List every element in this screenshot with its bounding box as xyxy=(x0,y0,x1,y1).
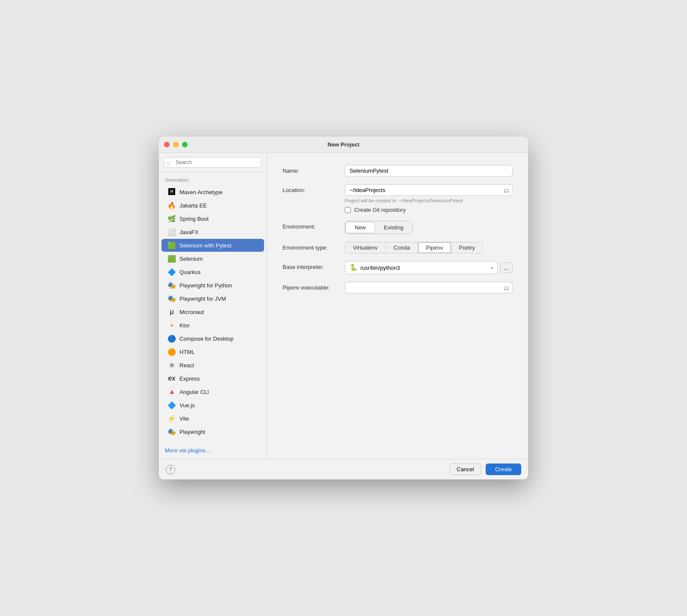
pipenv-folder-button[interactable]: 🗂 xyxy=(503,284,509,291)
sidebar-icon-javafx: ⬜ xyxy=(167,228,176,236)
sidebar-label-javafx: JavaFX xyxy=(179,229,198,235)
pipenv-input[interactable] xyxy=(345,282,513,293)
interpreter-select[interactable]: 🐍 /usr/bin/python3 ▾ xyxy=(345,261,498,274)
sidebar-item-html[interactable]: 🟠HTML xyxy=(161,345,264,358)
footer-bar: ? Cancel Create xyxy=(159,459,528,479)
maximize-button[interactable] xyxy=(182,142,188,147)
location-value-wrapper: 🗂 Project will be created in: ~/IdeaProj… xyxy=(345,184,513,213)
sidebar-item-javafx[interactable]: ⬜JavaFX xyxy=(161,226,264,238)
sidebar-label-playwright: Playwright xyxy=(179,429,205,435)
sidebar-label-ktor: Ktor xyxy=(179,322,190,329)
sidebar-item-vue[interactable]: 🔷Vue.js xyxy=(161,399,264,412)
python-icon: 🐍 xyxy=(350,264,358,271)
interpreter-left: 🐍 /usr/bin/python3 xyxy=(350,264,400,271)
pipenv-label: Pipenv executable: xyxy=(283,282,345,291)
sidebar-icon-vue: 🔷 xyxy=(167,401,176,409)
sidebar-label-vite: Vite xyxy=(179,415,189,422)
sidebar-icon-selenium-pytest: 🟩 xyxy=(167,241,176,250)
sidebar-icon-ktor: 🔸 xyxy=(167,321,176,329)
sidebar-item-compose-desktop[interactable]: 🔵Compose for Desktop xyxy=(161,332,264,345)
environment-row: Environment: New Existing xyxy=(283,221,513,234)
sidebar-label-selenium-pytest: Selenium with Pytest xyxy=(179,242,231,249)
sidebar-icon-quarkus: 🔷 xyxy=(167,268,176,276)
location-row: Location: 🗂 Project will be created in: … xyxy=(283,184,513,213)
path-hint: Project will be created in: ~/IdeaProjec… xyxy=(345,198,513,203)
interpreter-wrapper: 🐍 /usr/bin/python3 ▾ ... xyxy=(345,261,513,274)
sidebar-item-quarkus[interactable]: 🔷Quarkus xyxy=(161,265,264,278)
env-type-virtualenv[interactable]: Virtualenv xyxy=(345,242,386,253)
env-existing-button[interactable]: Existing xyxy=(375,221,412,234)
help-button[interactable]: ? xyxy=(166,465,175,474)
name-value xyxy=(345,165,513,177)
sidebar-label-micronaut: Micronaut xyxy=(179,309,204,315)
sidebar-item-jakarta[interactable]: 🔥Jakarta EE xyxy=(161,199,264,212)
content-area: Generators 🅼Maven Archetype🔥Jakarta EE🌿S… xyxy=(159,153,528,459)
sidebar-item-selenium-pytest[interactable]: 🟩Selenium with Pytest xyxy=(161,239,264,252)
search-input[interactable] xyxy=(164,157,261,168)
env-type-label: Environment type: xyxy=(283,242,345,251)
sidebar-icon-spring-boot: 🌿 xyxy=(167,214,176,223)
sidebar-list: 🅼Maven Archetype🔥Jakarta EE🌿Spring Boot⬜… xyxy=(159,185,267,442)
sidebar-item-react[interactable]: ⚛React xyxy=(161,359,264,372)
sidebar-label-quarkus: Quarkus xyxy=(179,269,201,275)
sidebar-label-jakarta: Jakarta EE xyxy=(179,202,207,209)
sidebar-icon-html: 🟠 xyxy=(167,348,176,356)
minimize-button[interactable] xyxy=(173,142,179,147)
env-new-button[interactable]: New xyxy=(346,222,375,233)
sidebar-icon-maven: 🅼 xyxy=(167,188,176,196)
git-label: Create Git repository xyxy=(354,207,406,213)
interpreter-browse-button[interactable]: ... xyxy=(500,262,513,273)
sidebar-item-playwright-python[interactable]: 🎭Playwright for Python xyxy=(161,279,264,292)
name-input[interactable] xyxy=(345,165,513,177)
sidebar-label-html: HTML xyxy=(179,349,195,355)
location-label: Location: xyxy=(283,184,345,193)
env-type-poetry[interactable]: Poetry xyxy=(451,242,483,253)
cancel-button[interactable]: Cancel xyxy=(450,464,481,475)
sidebar-item-vite[interactable]: ⚡Vite xyxy=(161,412,264,425)
sidebar-icon-react: ⚛ xyxy=(167,361,176,369)
sidebar: Generators 🅼Maven Archetype🔥Jakarta EE🌿S… xyxy=(159,153,267,459)
sidebar-item-express[interactable]: exExpress xyxy=(161,372,264,385)
sidebar-label-express: Express xyxy=(179,375,200,382)
interpreter-row: Base interpreter: 🐍 /usr/bin/python3 ▾ .… xyxy=(283,261,513,274)
interpreter-value-wrapper: 🐍 /usr/bin/python3 ▾ ... xyxy=(345,261,513,274)
traffic-lights xyxy=(164,142,188,147)
sidebar-label-vue: Vue.js xyxy=(179,402,195,409)
pipenv-value-wrapper: 🗂 xyxy=(345,282,513,293)
create-button[interactable]: Create xyxy=(486,464,521,475)
generators-label: Generators xyxy=(159,172,267,185)
sidebar-item-ktor[interactable]: 🔸Ktor xyxy=(161,319,264,332)
sidebar-icon-playwright: 🎭 xyxy=(167,427,176,436)
close-button[interactable] xyxy=(164,142,170,147)
sidebar-item-playwright-jvm[interactable]: 🎭Playwright for JVM xyxy=(161,292,264,305)
git-checkbox-row: Create Git repository xyxy=(345,207,513,213)
git-checkbox[interactable] xyxy=(345,207,351,213)
sidebar-item-maven[interactable]: 🅼Maven Archetype xyxy=(161,186,264,198)
sidebar-icon-selenium: 🟩 xyxy=(167,254,176,263)
sidebar-item-spring-boot[interactable]: 🌿Spring Boot xyxy=(161,212,264,225)
location-input[interactable] xyxy=(345,184,513,196)
environment-toggle-wrapper: New Existing xyxy=(345,221,513,234)
interpreter-path: /usr/bin/python3 xyxy=(360,265,400,271)
environment-toggle: New Existing xyxy=(345,221,413,234)
env-type-pipenv[interactable]: Pipenv xyxy=(418,242,451,253)
location-folder-button[interactable]: 🗂 xyxy=(503,187,509,194)
new-project-window: New Project Generators 🅼Maven Archetype🔥… xyxy=(159,137,528,479)
name-row: Name: xyxy=(283,165,513,177)
env-type-group-wrapper: VirtualenvCondaPipenvPoetry xyxy=(345,242,513,253)
more-plugins-link[interactable]: More via plugins... xyxy=(159,442,267,459)
sidebar-label-playwright-jvm: Playwright for JVM xyxy=(179,296,226,302)
sidebar-icon-angular: 🔺 xyxy=(167,387,176,396)
sidebar-icon-vite: ⚡ xyxy=(167,414,176,423)
footer-actions: Cancel Create xyxy=(450,464,522,475)
search-bar xyxy=(159,153,267,172)
sidebar-label-compose-desktop: Compose for Desktop xyxy=(179,335,234,342)
main-panel: Name: Location: 🗂 Project will be create… xyxy=(267,153,528,459)
pipenv-row: Pipenv executable: 🗂 xyxy=(283,282,513,293)
env-type-conda[interactable]: Conda xyxy=(386,242,418,253)
sidebar-item-selenium[interactable]: 🟩Selenium xyxy=(161,252,264,265)
sidebar-item-playwright[interactable]: 🎭Playwright xyxy=(161,425,264,438)
chevron-down-icon: ▾ xyxy=(491,265,493,270)
sidebar-item-angular[interactable]: 🔺Angular CLI xyxy=(161,385,264,398)
sidebar-item-micronaut[interactable]: μMicronaut xyxy=(161,305,264,318)
